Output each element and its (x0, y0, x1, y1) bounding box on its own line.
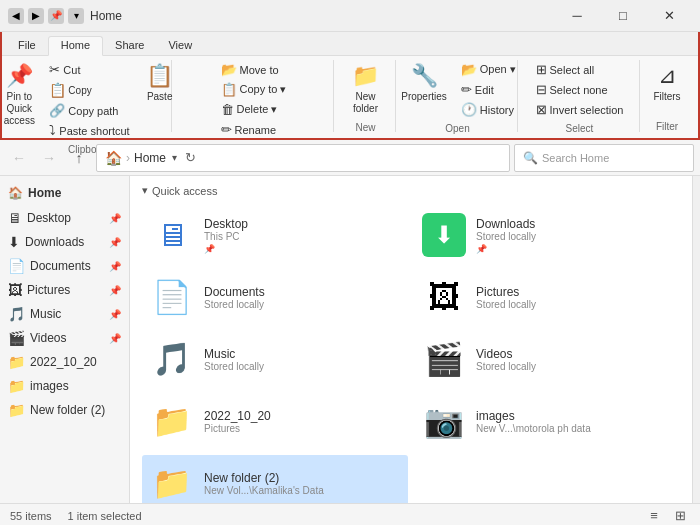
sidebar-item-images[interactable]: 📁 images (0, 374, 129, 398)
select-none-button[interactable]: ⊟ Select none (532, 80, 628, 99)
grid-item-pictures[interactable]: 🖼 Pictures Stored locally (414, 269, 680, 325)
open-button[interactable]: 📂 Open ▾ (457, 60, 520, 79)
paste-shortcut-icon: ⤵ (49, 123, 56, 138)
cut-icon: ✂ (49, 62, 60, 77)
back-button[interactable]: ← (6, 145, 32, 171)
grid-item-music[interactable]: 🎵 Music Stored locally (142, 331, 408, 387)
move-to-icon: 📂 (221, 62, 237, 77)
grid-item-images[interactable]: 📷 images New V...\motorola ph data (414, 393, 680, 449)
quick-access-label: Quick access (142, 184, 680, 197)
forward-icon[interactable]: ▶ (28, 8, 44, 24)
grid-item-videos[interactable]: 🎬 Videos Stored locally (414, 331, 680, 387)
music-pin-icon: 📌 (109, 309, 121, 320)
copy-button[interactable]: 📋 Copy (45, 80, 133, 100)
sidebar-music-label: Music (30, 307, 61, 321)
move-to-button[interactable]: 📂 Move to (217, 60, 291, 79)
pictures-sidebar-icon: 🖼 (8, 282, 22, 298)
address-home-icon: 🏠 (105, 150, 122, 166)
invert-label: Invert selection (550, 104, 624, 116)
ribbon-group-clipboard: 📌 Pin to Quickaccess ✂ Cut 📋 Copy 🔗 Copy… (8, 60, 172, 132)
grid-item-desktop[interactable]: 🖥 Desktop This PC 📌 (142, 207, 408, 263)
ribbon-tabs: File Home Share View (2, 32, 698, 56)
rename-button[interactable]: ✏ Rename (217, 120, 291, 139)
new-folder-button[interactable]: 📁 Newfolder (344, 60, 388, 118)
pin-to-quick-access-button[interactable]: 📌 Pin to Quickaccess (0, 60, 41, 130)
tab-share[interactable]: Share (103, 37, 156, 55)
delete-button[interactable]: 🗑 Delete ▾ (217, 100, 291, 119)
select-all-button[interactable]: ⊞ Select all (532, 60, 628, 79)
new-folder-grid-icon: 📁 (150, 461, 194, 503)
back-icon[interactable]: ◀ (8, 8, 24, 24)
address-dropdown-icon[interactable]: ▾ (172, 152, 177, 163)
properties-button[interactable]: 🔧 Properties (395, 60, 453, 105)
content-area: Quick access 🖥 Desktop This PC 📌 ⬇ Downl… (130, 176, 692, 503)
sidebar-item-2022[interactable]: 📁 2022_10_20 (0, 350, 129, 374)
cut-button[interactable]: ✂ Cut (45, 60, 133, 79)
sidebar-item-new-folder[interactable]: 📁 New folder (2) (0, 398, 129, 422)
refresh-button[interactable]: ↻ (185, 150, 196, 165)
ribbon: File Home Share View 📌 Pin to Quickacces… (0, 32, 700, 140)
sidebar-downloads-label: Downloads (25, 235, 84, 249)
edit-button[interactable]: ✏ Edit (457, 80, 520, 99)
address-separator: › (126, 151, 130, 165)
item-count: 55 items (10, 510, 52, 522)
pin-quick-access-label: Pin to Quickaccess (3, 91, 35, 127)
properties-icon: 🔧 (411, 63, 438, 89)
sidebar-item-downloads[interactable]: ⬇ Downloads 📌 (0, 230, 129, 254)
titlebar-left: ◀ ▶ 📌 ▾ Home (8, 8, 122, 24)
sidebar-item-desktop[interactable]: 🖥 Desktop 📌 (0, 206, 129, 230)
invert-icon: ⊠ (536, 102, 547, 117)
main-area: 🏠 Home 🖥 Desktop 📌 ⬇ Downloads 📌 📄 Docum… (0, 176, 700, 503)
scrollbar[interactable] (692, 176, 700, 503)
desktop-info: Desktop This PC 📌 (204, 217, 248, 254)
tab-file[interactable]: File (6, 37, 48, 55)
music-grid-icon: 🎵 (150, 337, 194, 381)
copy-path-icon: 🔗 (49, 103, 65, 118)
minimize-button[interactable]: ─ (554, 0, 600, 32)
new-folder-sub: New Vol...\Kamalika's Data (204, 485, 324, 496)
address-box[interactable]: 🏠 › Home ▾ ↻ (96, 144, 510, 172)
grid-item-new-folder[interactable]: 📁 New folder (2) New Vol...\Kamalika's D… (142, 455, 408, 503)
grid-view-button[interactable]: ⊞ (670, 506, 690, 526)
open-buttons: 🔧 Properties 📂 Open ▾ ✏ Edit 🕐 History (395, 60, 520, 119)
pin-icon[interactable]: 📌 (48, 8, 64, 24)
paste-shortcut-button[interactable]: ⤵ Paste shortcut (45, 121, 133, 140)
sidebar: 🏠 Home 🖥 Desktop 📌 ⬇ Downloads 📌 📄 Docum… (0, 176, 130, 503)
grid-item-2022[interactable]: 📁 2022_10_20 Pictures (142, 393, 408, 449)
invert-selection-button[interactable]: ⊠ Invert selection (532, 100, 628, 119)
open-icon: 📂 (461, 62, 477, 77)
sidebar-item-videos[interactable]: 🎬 Videos 📌 (0, 326, 129, 350)
sidebar-videos-label: Videos (30, 331, 66, 345)
search-box[interactable]: 🔍 Search Home (514, 144, 694, 172)
copy-path-button[interactable]: 🔗 Copy path (45, 101, 133, 120)
tab-view[interactable]: View (156, 37, 204, 55)
grid-item-documents[interactable]: 📄 Documents Stored locally (142, 269, 408, 325)
filters-button[interactable]: ⊿ Filters (645, 60, 689, 105)
sidebar-item-documents[interactable]: 📄 Documents 📌 (0, 254, 129, 278)
titlebar: ◀ ▶ 📌 ▾ Home ─ □ ✕ (0, 0, 700, 32)
new-buttons: 📁 Newfolder (344, 60, 388, 118)
close-button[interactable]: ✕ (646, 0, 692, 32)
history-button[interactable]: 🕐 History (457, 100, 520, 119)
address-path: Home (134, 151, 166, 165)
rename-icon: ✏ (221, 122, 232, 137)
copy-to-button[interactable]: 📋 Copy to ▾ (217, 80, 291, 99)
desktop-pin-icon: 📌 (109, 213, 121, 224)
tab-home[interactable]: Home (48, 36, 103, 56)
grid-item-downloads[interactable]: ⬇ Downloads Stored locally 📌 (414, 207, 680, 263)
sidebar-desktop-label: Desktop (27, 211, 71, 225)
sidebar-home[interactable]: 🏠 Home (0, 180, 129, 206)
forward-button[interactable]: → (36, 145, 62, 171)
move-to-label: Move to (240, 64, 279, 76)
copy-paste-col: ✂ Cut 📋 Copy 🔗 Copy path ⤵ Paste shortcu… (45, 60, 133, 140)
music-info: Music Stored locally (204, 347, 264, 372)
desktop-name: Desktop (204, 217, 248, 231)
maximize-button[interactable]: □ (600, 0, 646, 32)
list-view-button[interactable]: ≡ (644, 506, 664, 526)
new-folder-sidebar-icon: 📁 (8, 402, 25, 418)
up-button[interactable]: ↑ (66, 145, 92, 171)
sidebar-item-music[interactable]: 🎵 Music 📌 (0, 302, 129, 326)
dropdown-icon[interactable]: ▾ (68, 8, 84, 24)
sidebar-item-pictures[interactable]: 🖼 Pictures 📌 (0, 278, 129, 302)
documents-name: Documents (204, 285, 265, 299)
